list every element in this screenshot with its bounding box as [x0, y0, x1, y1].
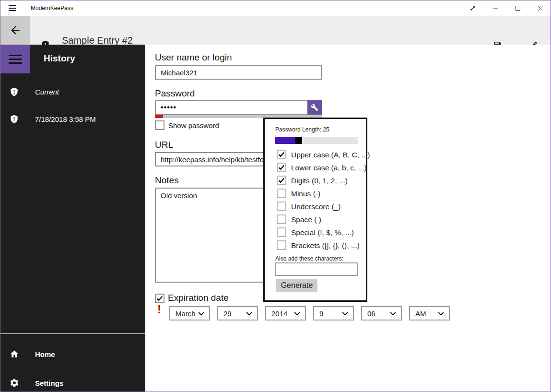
- minimize-icon: [492, 5, 499, 12]
- sidebar: History Current 7/18/2018 3:58 PM: [0, 45, 145, 392]
- shield-icon: [10, 87, 19, 99]
- day-dropdown[interactable]: 29: [217, 306, 258, 321]
- password-length-label: Password Length: 25: [275, 126, 329, 133]
- username-input[interactable]: [155, 65, 322, 80]
- shield-icon: [10, 114, 19, 126]
- titlebar-hamburger-icon[interactable]: [9, 5, 16, 11]
- sidebar-item-settings[interactable]: Settings: [0, 373, 145, 392]
- expiration-label: Expiration date: [168, 293, 229, 303]
- option-lower-case[interactable]: Lower case (a, b, c, ...): [277, 163, 368, 173]
- show-password-label: Show password: [168, 121, 219, 130]
- year-dropdown[interactable]: 2014: [265, 306, 306, 321]
- option-special[interactable]: Special (!, $, %, ...): [277, 227, 368, 238]
- option-label: Minus (-): [291, 190, 320, 198]
- maximize-icon: [515, 5, 521, 12]
- history-item-label: 7/18/2018 3:58 PM: [35, 115, 96, 123]
- sidebar-hamburger-button[interactable]: [0, 45, 30, 73]
- checkmark-icon: [278, 177, 285, 184]
- space-checkbox[interactable]: [277, 214, 286, 224]
- option-label: Brackets ([], {}, (), ...): [291, 241, 360, 250]
- expired-warning-mark: !: [157, 303, 161, 316]
- password-input[interactable]: [155, 100, 322, 115]
- chevron-down-icon: [341, 311, 349, 317]
- ampm-dropdown[interactable]: AM: [409, 306, 450, 321]
- app-header: Sample Entry #2 sample: [0, 16, 551, 45]
- titlebar: ModernKeePass: [0, 0, 551, 16]
- minute-dropdown[interactable]: 06: [361, 306, 402, 321]
- option-label: Special (!, $, %, ...): [291, 228, 354, 237]
- username-label: User name or login: [155, 52, 232, 63]
- password-field-group: [155, 100, 322, 115]
- option-space[interactable]: Space ( ): [277, 214, 368, 225]
- generate-button[interactable]: Generate: [276, 279, 317, 292]
- chevron-down-icon: [437, 311, 445, 317]
- app-title: ModernKeePass: [31, 5, 73, 12]
- ampm-value: AM: [415, 309, 426, 318]
- back-arrow-icon: [9, 24, 22, 36]
- minus-checkbox[interactable]: [277, 189, 286, 198]
- minute-value: 06: [367, 309, 375, 318]
- history-item-label: Current: [35, 88, 59, 96]
- fullscreen-button[interactable]: [461, 0, 484, 16]
- option-label: Upper case (A, B, C, ...): [291, 151, 370, 159]
- underscore-checkbox[interactable]: [277, 202, 286, 211]
- option-label: Space ( ): [291, 215, 321, 224]
- home-icon: [10, 349, 19, 361]
- sidebar-item-home[interactable]: Home: [0, 344, 145, 364]
- month-dropdown[interactable]: March: [169, 306, 210, 321]
- minimize-button[interactable]: [484, 0, 506, 16]
- option-minus[interactable]: Minus (-): [277, 189, 368, 199]
- chevron-down-icon: [198, 311, 205, 317]
- checkmark-icon: [156, 295, 164, 302]
- month-value: March: [176, 309, 196, 318]
- brackets-checkbox[interactable]: [277, 240, 286, 250]
- slider-handle[interactable]: [295, 137, 302, 144]
- gear-icon: [10, 378, 19, 390]
- day-value: 29: [223, 309, 232, 318]
- maximize-button[interactable]: [506, 0, 529, 16]
- app-window: ModernKeePass: [0, 0, 551, 392]
- hour-dropdown[interactable]: 9: [313, 306, 354, 321]
- upper-case-checkbox[interactable]: [277, 150, 286, 159]
- option-label: Digits (0, 1, 2, ...): [291, 177, 348, 185]
- sidebar-item-label: Settings: [35, 379, 63, 387]
- chevron-down-icon: [389, 311, 397, 317]
- checkmark-icon: [278, 164, 285, 171]
- diagonal-resize-icon: [469, 4, 477, 12]
- expiration-checkbox[interactable]: [155, 294, 164, 303]
- also-add-label: Also add these characters:: [275, 255, 343, 262]
- slider-fill: [275, 137, 295, 144]
- lower-case-checkbox[interactable]: [277, 163, 286, 172]
- password-label: Password: [155, 88, 195, 99]
- option-digits[interactable]: Digits (0, 1, 2, ...): [277, 176, 368, 186]
- option-label: Underscore (_): [291, 202, 340, 211]
- password-generator-popup: Password Length: 25 Upper case (A, B, C,…: [263, 118, 367, 302]
- back-button[interactable]: [0, 16, 30, 45]
- chevron-down-icon: [293, 311, 301, 317]
- url-label: URL: [155, 140, 173, 150]
- option-upper-case[interactable]: Upper case (A, B, C, ...): [277, 150, 368, 160]
- history-heading: History: [44, 53, 75, 64]
- special-checkbox[interactable]: [277, 227, 286, 237]
- checkmark-icon: [278, 151, 285, 158]
- close-button[interactable]: [529, 0, 551, 16]
- show-password-checkbox[interactable]: [155, 120, 164, 130]
- digits-checkbox[interactable]: [277, 176, 286, 185]
- password-length-value: 25: [323, 126, 329, 133]
- option-brackets[interactable]: Brackets ([], {}, (), ...): [277, 240, 368, 251]
- option-underscore[interactable]: Underscore (_): [277, 202, 368, 212]
- close-icon: [537, 5, 544, 12]
- generate-password-button[interactable]: [307, 100, 322, 115]
- notes-label: Notes: [155, 175, 179, 186]
- hamburger-icon: [9, 55, 22, 64]
- wrench-icon: [311, 104, 318, 111]
- password-length-slider[interactable]: [275, 137, 358, 144]
- sidebar-item-label: Home: [35, 350, 55, 358]
- also-add-input[interactable]: [275, 262, 358, 276]
- history-item-current[interactable]: Current: [0, 82, 145, 101]
- sidebar-divider: [0, 333, 145, 334]
- history-item-dated[interactable]: 7/18/2018 3:58 PM: [0, 109, 145, 129]
- year-value: 2014: [271, 309, 287, 318]
- option-label: Lower case (a, b, c, ...): [291, 164, 367, 172]
- hour-value: 9: [319, 309, 323, 318]
